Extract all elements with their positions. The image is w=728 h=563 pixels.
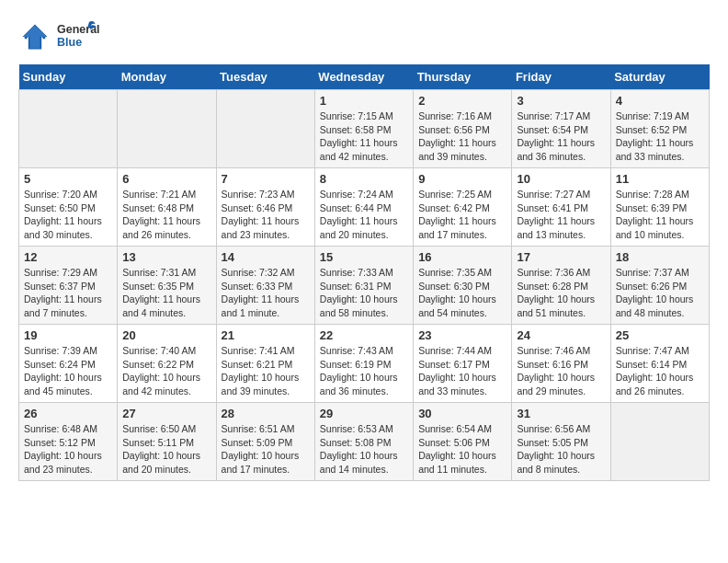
calendar-cell: 17Sunrise: 7:36 AMSunset: 6:28 PMDayligh… xyxy=(512,247,610,325)
day-info: Sunrise: 6:54 AMSunset: 5:06 PMDaylight:… xyxy=(418,422,506,477)
day-number: 26 xyxy=(24,407,112,420)
day-number: 2 xyxy=(418,94,506,108)
day-info: Sunrise: 7:33 AMSunset: 6:31 PMDaylight:… xyxy=(320,266,408,320)
calendar-cell: 21Sunrise: 7:41 AMSunset: 6:21 PMDayligh… xyxy=(216,325,314,403)
day-info: Sunrise: 7:16 AMSunset: 6:56 PMDaylight:… xyxy=(418,109,506,164)
calendar-cell xyxy=(19,90,118,168)
day-info: Sunrise: 6:53 AMSunset: 5:08 PMDaylight:… xyxy=(320,422,408,477)
day-number: 27 xyxy=(122,407,210,420)
day-number: 14 xyxy=(222,250,310,264)
day-number: 18 xyxy=(616,250,704,264)
svg-text:Blue: Blue xyxy=(57,36,82,49)
day-info: Sunrise: 7:35 AMSunset: 6:30 PMDaylight:… xyxy=(418,266,506,320)
calendar-cell xyxy=(610,403,709,481)
day-info: Sunrise: 6:51 AMSunset: 5:09 PMDaylight:… xyxy=(222,422,310,477)
day-header-wednesday: Wednesday xyxy=(314,64,413,90)
calendar-cell: 1Sunrise: 7:15 AMSunset: 6:58 PMDaylight… xyxy=(314,90,413,168)
day-number: 1 xyxy=(320,94,408,108)
calendar-cell: 23Sunrise: 7:44 AMSunset: 6:17 PMDayligh… xyxy=(414,325,512,403)
day-number: 3 xyxy=(517,94,605,108)
day-number: 19 xyxy=(24,328,112,342)
day-info: Sunrise: 7:37 AMSunset: 6:26 PMDaylight:… xyxy=(616,266,704,320)
day-number: 25 xyxy=(616,328,704,342)
day-number: 9 xyxy=(418,172,506,186)
day-info: Sunrise: 7:31 AMSunset: 6:35 PMDaylight:… xyxy=(122,266,210,320)
calendar-cell: 9Sunrise: 7:25 AMSunset: 6:42 PMDaylight… xyxy=(414,168,512,247)
day-info: Sunrise: 7:40 AMSunset: 6:22 PMDaylight:… xyxy=(122,344,210,398)
day-number: 30 xyxy=(418,407,506,420)
calendar-cell xyxy=(118,90,216,168)
day-number: 31 xyxy=(517,407,605,420)
day-number: 13 xyxy=(122,250,210,264)
day-info: Sunrise: 7:36 AMSunset: 6:28 PMDaylight:… xyxy=(517,266,605,320)
day-header-sunday: Sunday xyxy=(19,64,118,90)
calendar-cell: 29Sunrise: 6:53 AMSunset: 5:08 PMDayligh… xyxy=(314,403,413,481)
day-number: 21 xyxy=(222,328,310,342)
day-info: Sunrise: 7:27 AMSunset: 6:41 PMDaylight:… xyxy=(517,188,605,242)
week-row-5: 26Sunrise: 6:48 AMSunset: 5:12 PMDayligh… xyxy=(19,403,710,481)
week-row-4: 19Sunrise: 7:39 AMSunset: 6:24 PMDayligh… xyxy=(19,325,710,403)
day-info: Sunrise: 6:50 AMSunset: 5:11 PMDaylight:… xyxy=(122,422,210,477)
svg-text:General: General xyxy=(57,23,100,36)
day-info: Sunrise: 7:28 AMSunset: 6:39 PMDaylight:… xyxy=(616,188,704,242)
calendar-cell: 3Sunrise: 7:17 AMSunset: 6:54 PMDaylight… xyxy=(512,90,610,168)
calendar-cell: 6Sunrise: 7:21 AMSunset: 6:48 PMDaylight… xyxy=(118,168,216,247)
calendar-cell: 16Sunrise: 7:35 AMSunset: 6:30 PMDayligh… xyxy=(414,247,512,325)
day-number: 24 xyxy=(517,328,605,342)
day-info: Sunrise: 7:32 AMSunset: 6:33 PMDaylight:… xyxy=(222,266,310,320)
day-header-friday: Friday xyxy=(512,64,610,90)
calendar-cell: 10Sunrise: 7:27 AMSunset: 6:41 PMDayligh… xyxy=(512,168,610,247)
calendar-cell: 15Sunrise: 7:33 AMSunset: 6:31 PMDayligh… xyxy=(314,247,413,325)
calendar-cell: 28Sunrise: 6:51 AMSunset: 5:09 PMDayligh… xyxy=(216,403,314,481)
days-header-row: SundayMondayTuesdayWednesdayThursdayFrid… xyxy=(19,64,710,90)
day-info: Sunrise: 7:19 AMSunset: 6:52 PMDaylight:… xyxy=(616,109,704,164)
calendar-cell: 2Sunrise: 7:16 AMSunset: 6:56 PMDaylight… xyxy=(414,90,512,168)
calendar-cell: 24Sunrise: 7:46 AMSunset: 6:16 PMDayligh… xyxy=(512,325,610,403)
day-number: 6 xyxy=(122,172,210,186)
calendar-cell: 31Sunrise: 6:56 AMSunset: 5:05 PMDayligh… xyxy=(512,403,610,481)
calendar-cell: 18Sunrise: 7:37 AMSunset: 6:26 PMDayligh… xyxy=(610,247,709,325)
day-number: 16 xyxy=(418,250,506,264)
day-number: 7 xyxy=(222,172,310,186)
day-info: Sunrise: 7:47 AMSunset: 6:14 PMDaylight:… xyxy=(616,344,704,398)
calendar-cell: 20Sunrise: 7:40 AMSunset: 6:22 PMDayligh… xyxy=(118,325,216,403)
calendar-cell: 5Sunrise: 7:20 AMSunset: 6:50 PMDaylight… xyxy=(19,168,118,247)
day-info: Sunrise: 7:23 AMSunset: 6:46 PMDaylight:… xyxy=(222,188,310,242)
day-number: 22 xyxy=(320,328,408,342)
day-info: Sunrise: 7:17 AMSunset: 6:54 PMDaylight:… xyxy=(517,109,605,164)
logo-bird-icon: General Blue xyxy=(57,18,103,55)
day-number: 8 xyxy=(320,172,408,186)
calendar-cell: 11Sunrise: 7:28 AMSunset: 6:39 PMDayligh… xyxy=(610,168,709,247)
day-info: Sunrise: 7:24 AMSunset: 6:44 PMDaylight:… xyxy=(320,188,408,242)
day-info: Sunrise: 7:20 AMSunset: 6:50 PMDaylight:… xyxy=(24,188,112,242)
day-info: Sunrise: 6:56 AMSunset: 5:05 PMDaylight:… xyxy=(517,422,605,477)
calendar-cell: 4Sunrise: 7:19 AMSunset: 6:52 PMDaylight… xyxy=(610,90,709,168)
day-info: Sunrise: 7:46 AMSunset: 6:16 PMDaylight:… xyxy=(517,344,605,398)
day-number: 4 xyxy=(616,94,704,108)
day-info: Sunrise: 7:21 AMSunset: 6:48 PMDaylight:… xyxy=(122,188,210,242)
day-number: 17 xyxy=(517,250,605,264)
day-number: 23 xyxy=(418,328,506,342)
day-number: 15 xyxy=(320,250,408,264)
logo: General Blue xyxy=(18,18,103,55)
week-row-1: 1Sunrise: 7:15 AMSunset: 6:58 PMDaylight… xyxy=(19,90,710,168)
calendar-cell: 25Sunrise: 7:47 AMSunset: 6:14 PMDayligh… xyxy=(610,325,709,403)
day-header-tuesday: Tuesday xyxy=(216,64,314,90)
week-row-2: 5Sunrise: 7:20 AMSunset: 6:50 PMDaylight… xyxy=(19,168,710,247)
day-number: 29 xyxy=(320,407,408,420)
day-info: Sunrise: 6:48 AMSunset: 5:12 PMDaylight:… xyxy=(24,422,112,477)
day-number: 11 xyxy=(616,172,704,186)
calendar-cell xyxy=(216,90,314,168)
day-number: 12 xyxy=(24,250,112,264)
calendar-cell: 12Sunrise: 7:29 AMSunset: 6:37 PMDayligh… xyxy=(19,247,118,325)
day-number: 20 xyxy=(122,328,210,342)
calendar-cell: 26Sunrise: 6:48 AMSunset: 5:12 PMDayligh… xyxy=(19,403,118,481)
day-info: Sunrise: 7:39 AMSunset: 6:24 PMDaylight:… xyxy=(24,344,112,398)
day-info: Sunrise: 7:25 AMSunset: 6:42 PMDaylight:… xyxy=(418,188,506,242)
calendar-cell: 27Sunrise: 6:50 AMSunset: 5:11 PMDayligh… xyxy=(118,403,216,481)
calendar-table: SundayMondayTuesdayWednesdayThursdayFrid… xyxy=(18,64,710,481)
day-number: 5 xyxy=(24,172,112,186)
calendar-cell: 14Sunrise: 7:32 AMSunset: 6:33 PMDayligh… xyxy=(216,247,314,325)
day-number: 10 xyxy=(517,172,605,186)
page-header: General Blue xyxy=(18,18,710,55)
